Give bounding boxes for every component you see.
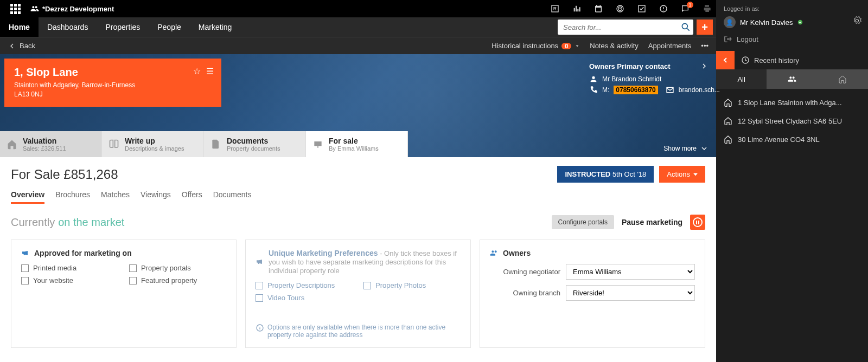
card-unique-preferences: Unique Marketing Preferences - Only tick… [245,240,471,348]
owning-negotiator-select[interactable]: Emma Williams [566,264,695,280]
book-icon [108,139,119,150]
caret-down-icon [693,173,698,176]
chk-property-photos: Property Photos [363,281,461,289]
nav-properties[interactable]: Properties [97,17,149,37]
stage-valuation[interactable]: ValuationSales: £326,511 [0,131,102,157]
svg-rect-9 [314,141,321,146]
stage-writeup[interactable]: Write upDescriptions & images [102,131,204,157]
appointments-link[interactable]: Appointments [648,42,692,50]
chk-video-tours: Video Tours [256,294,353,302]
brand-title: *Dezrez Development [30,4,114,13]
logout-button[interactable]: Logout [724,33,860,46]
show-more-button[interactable]: Show more [663,144,709,153]
nav-home[interactable]: Home [0,17,39,37]
menu-icon[interactable]: ☰ [206,66,214,76]
add-button[interactable]: + [697,20,713,35]
chevron-left-icon [8,42,16,50]
owning-negotiator-label: Owning negotiator [490,268,560,276]
owner-name: Mr Brandon Schmidt [602,75,661,83]
tab-brochures[interactable]: Brochures [55,190,90,204]
historical-link[interactable]: Historical instructions 0 [492,42,580,50]
megaphone-icon [256,257,264,266]
chat-icon[interactable]: 1 [680,4,690,14]
current-user[interactable]: 👤 Mr Kelvin Davies [724,16,860,28]
stage-forsale[interactable]: For saleBy Emma Williams [306,131,408,157]
document-icon [210,139,221,150]
logout-icon [724,35,732,43]
notes-link[interactable]: Notes & activity [590,42,639,50]
alert-icon[interactable] [659,4,668,14]
people-icon [788,75,796,83]
chk-property-descriptions: Property Descriptions [256,281,353,289]
status-value: on the market [58,216,124,229]
chk-printed-media[interactable]: Printed media [21,264,118,272]
svg-text:R: R [553,6,557,11]
search-box[interactable] [558,20,693,35]
settings-icon[interactable] [853,16,861,26]
side-tab-people[interactable] [767,69,817,89]
star-icon[interactable]: ☆ [193,66,201,76]
caret-down-icon [575,43,580,49]
nav-marketing[interactable]: Marketing [190,17,240,37]
actions-button[interactable]: Actions [659,166,705,183]
tab-overview[interactable]: Overview [11,190,44,204]
owner-email[interactable]: brandon.sch... [679,86,720,94]
app-grid-button[interactable] [4,0,26,17]
property-address-line3: LA13 0NJ [14,90,212,99]
pause-marketing-button[interactable] [690,215,705,230]
property-title: 1, Slop Lane [14,66,212,79]
chevron-right-icon[interactable] [700,62,709,70]
r-icon[interactable]: R [550,4,560,14]
history-back-button[interactable] [716,51,735,69]
history-item[interactable]: 1 Slop Lane Stainton with Adga... [716,93,868,112]
megaphone-icon [21,249,30,257]
tab-documents[interactable]: Documents [213,190,252,204]
home-icon [724,135,732,144]
forsale-icon [312,139,323,150]
chart-icon[interactable] [572,4,582,14]
owning-branch-select[interactable]: Riverside! [566,285,695,301]
side-tab-property[interactable] [818,69,868,89]
page-title: For Sale £851,268 [11,167,118,182]
search-input[interactable] [558,23,678,31]
print-icon[interactable] [702,4,712,14]
home-icon [7,139,17,150]
tab-matches[interactable]: Matches [101,190,130,204]
nav-dashboards[interactable]: Dashboards [39,17,97,37]
people-icon [490,249,499,257]
side-tab-all[interactable]: All [716,69,767,89]
card-approved-marketing: Approved for marketing on Printed media … [11,240,237,348]
tab-offers[interactable]: Offers [182,190,202,204]
target-icon[interactable] [615,4,625,14]
check-icon[interactable] [637,4,647,14]
owner-mobile[interactable]: 07850663870 [614,86,658,94]
history-item[interactable]: 30 Lime Avenue CO4 3NL [716,130,868,148]
chk-property-portals[interactable]: Property portals [129,264,226,272]
search-icon[interactable] [678,22,693,33]
property-address-line2: Stainton with Adgarley, Barrow-in-Furnes… [14,81,212,90]
avatar: 👤 [724,16,736,28]
home-icon [724,98,732,107]
svg-point-7 [682,23,687,29]
verified-icon [797,20,803,25]
history-item[interactable]: 12 Sybil Street Clydach SA6 5EU [716,112,868,130]
owner-contact-box: Owners Primary contact Mr Brandon Schmid… [589,62,709,96]
chk-your-website[interactable]: Your website [21,276,118,285]
chevron-left-icon [721,56,730,64]
back-button[interactable]: Back [8,42,35,50]
calendar-icon[interactable] [593,4,603,14]
chk-featured-property[interactable]: Featured property [129,276,226,285]
history-icon [741,56,750,64]
nav-people[interactable]: People [149,17,190,37]
instructed-badge: INSTRUCTED 5th Oct '18 [557,166,654,183]
person-icon [589,75,598,83]
stage-documents[interactable]: DocumentsProperty documents [204,131,306,157]
phone-icon [589,86,598,94]
info-note: Options are only available when there is… [256,324,461,339]
tab-viewings[interactable]: Viewings [141,190,171,204]
home-icon [724,117,732,125]
home-icon [838,75,847,83]
configure-portals-button[interactable]: Configure portals [552,215,614,229]
email-icon [666,86,674,94]
more-menu[interactable]: ••• [701,42,709,50]
